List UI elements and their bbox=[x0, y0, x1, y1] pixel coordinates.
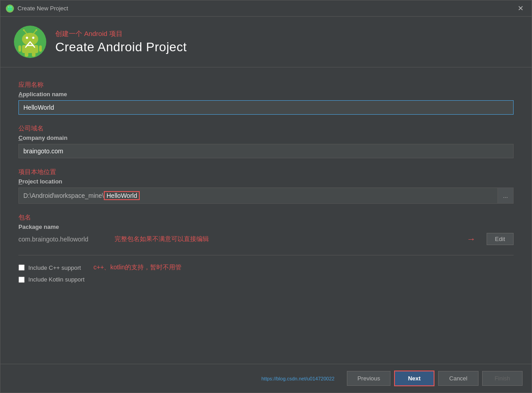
app-name-label-cn: 应用名称 bbox=[18, 81, 514, 89]
dialog-header: 创建一个 Android 项目 Create Android Project bbox=[0, 17, 532, 67]
edit-button[interactable]: Edit bbox=[487, 233, 514, 245]
dialog-footer: https://blog.csdn.net/u014720022 Previou… bbox=[0, 364, 532, 393]
arrow-icon: → bbox=[467, 234, 476, 244]
project-location-label-en: Project location bbox=[18, 178, 514, 185]
company-domain-group: 公司域名 Company domain bbox=[18, 125, 514, 158]
package-label-cn: 包名 bbox=[18, 214, 514, 222]
svg-rect-6 bbox=[12, 9, 13, 10]
title-bar-left: Create New Project bbox=[6, 4, 68, 13]
browse-button[interactable]: ... bbox=[497, 188, 514, 204]
project-location-row: D:\Android\workspace_mine\HelloWorld ... bbox=[18, 188, 514, 204]
cpp-support-checkbox[interactable] bbox=[18, 264, 25, 271]
main-window: Create New Project ✕ bbox=[0, 0, 532, 393]
project-location-prefix: D:\Android\workspace_mine\ bbox=[23, 192, 104, 199]
project-location-highlighted: HelloWorld bbox=[104, 191, 140, 200]
svg-point-12 bbox=[23, 29, 25, 31]
app-name-label-en: Application name bbox=[18, 91, 514, 98]
title-bar: Create New Project ✕ bbox=[0, 0, 532, 17]
package-name-group: 包名 Package name com.braingoto.helloworld… bbox=[18, 214, 514, 245]
next-button[interactable]: Next bbox=[394, 371, 434, 386]
svg-point-2 bbox=[9, 6, 9, 7]
android-logo bbox=[14, 26, 46, 58]
app-name-input[interactable] bbox=[18, 100, 514, 115]
cancel-button[interactable]: Cancel bbox=[438, 371, 479, 386]
svg-rect-15 bbox=[22, 45, 38, 53]
header-subtitle-cn: 创建一个 Android 项目 bbox=[55, 30, 187, 38]
kotlin-support-row: Include Kotlin support bbox=[18, 276, 514, 283]
cpp-support-row: Include C++ support c++、kotlin的支持，暂时不用管 bbox=[18, 263, 514, 272]
checkbox-annotation: c++、kotlin的支持，暂时不用管 bbox=[93, 263, 182, 272]
svg-point-9 bbox=[26, 37, 28, 39]
form-content: 应用名称 Application name 公司域名 Company domai… bbox=[0, 67, 532, 364]
project-location-label-cn: 项目本地位置 bbox=[18, 168, 514, 176]
company-domain-label-cn: 公司域名 bbox=[18, 125, 514, 133]
svg-rect-18 bbox=[25, 52, 28, 57]
header-title: Create Android Project bbox=[55, 40, 187, 54]
svg-point-10 bbox=[32, 37, 35, 39]
footer-url: https://blog.csdn.net/u014720022 bbox=[9, 376, 343, 381]
package-annotation: 完整包名如果不满意可以直接编辑 bbox=[115, 235, 456, 243]
header-text: 创建一个 Android 项目 Create Android Project bbox=[55, 30, 187, 54]
svg-rect-19 bbox=[32, 52, 35, 57]
svg-point-14 bbox=[35, 29, 37, 31]
company-domain-label-en: Company domain bbox=[18, 134, 514, 141]
app-icon bbox=[6, 4, 14, 13]
close-button[interactable]: ✕ bbox=[515, 3, 526, 13]
svg-rect-5 bbox=[7, 9, 8, 10]
project-location-input[interactable]: D:\Android\workspace_mine\HelloWorld bbox=[18, 188, 497, 204]
window-title: Create New Project bbox=[18, 5, 68, 12]
previous-button[interactable]: Previous bbox=[347, 371, 390, 386]
app-name-group: 应用名称 Application name bbox=[18, 81, 514, 115]
svg-point-3 bbox=[11, 6, 12, 7]
kotlin-support-checkbox[interactable] bbox=[18, 277, 25, 283]
divider bbox=[18, 255, 514, 255]
cpp-support-label: Include C++ support bbox=[28, 264, 81, 271]
package-name-value: com.braingoto.helloworld bbox=[18, 236, 108, 243]
project-location-group: 项目本地位置 Project location D:\Android\works… bbox=[18, 168, 514, 204]
finish-button[interactable]: Finish bbox=[482, 371, 523, 386]
svg-rect-4 bbox=[8, 9, 12, 11]
svg-rect-16 bbox=[18, 45, 21, 52]
svg-point-8 bbox=[22, 33, 38, 45]
svg-rect-17 bbox=[39, 45, 42, 52]
package-name-row: com.braingoto.helloworld 完整包名如果不满意可以直接编辑… bbox=[18, 233, 514, 245]
company-domain-input[interactable] bbox=[18, 144, 514, 158]
kotlin-support-label: Include Kotlin support bbox=[28, 276, 84, 283]
package-label-en: Package name bbox=[18, 223, 514, 230]
